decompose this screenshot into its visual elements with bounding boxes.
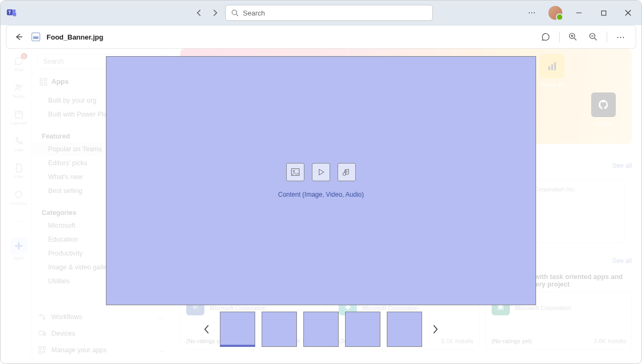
app-window: T Search ⋯ Food_Banner.jpg xyxy=(0,0,642,364)
svg-rect-35 xyxy=(39,351,41,353)
rail-teams[interactable]: Teams xyxy=(6,78,32,103)
nav-history xyxy=(192,6,222,20)
thumbnail[interactable] xyxy=(220,312,255,347)
row-more[interactable]: … xyxy=(158,346,165,354)
plus-icon xyxy=(10,237,27,254)
svg-line-5 xyxy=(236,14,239,17)
title-bar: T Search ⋯ xyxy=(1,1,641,25)
back-button[interactable] xyxy=(12,28,25,46)
devices-icon xyxy=(39,330,46,337)
video-icon xyxy=(312,163,330,181)
thumbnail[interactable] xyxy=(387,312,422,347)
strip-next-button[interactable] xyxy=(429,319,442,340)
titlebar-more-button[interactable]: ⋯ xyxy=(521,1,543,25)
strip-prev-button[interactable] xyxy=(200,319,213,340)
divider xyxy=(607,32,607,42)
image-file-icon xyxy=(32,33,40,41)
see-all-link[interactable]: See all xyxy=(612,162,632,169)
rail-overflow[interactable]: … xyxy=(6,211,32,227)
rail-label: Chat xyxy=(14,67,24,72)
zoom-out-button[interactable] xyxy=(584,28,602,46)
thumbnail[interactable] xyxy=(262,312,297,347)
svg-rect-20 xyxy=(15,111,22,118)
window-close-button[interactable] xyxy=(617,1,639,25)
file-viewer-header: Food_Banner.jpg ⋯ xyxy=(6,25,636,49)
svg-point-4 xyxy=(232,10,237,15)
app-rail: 1 Chat Teams Calendar Calls Files xyxy=(6,49,32,358)
rail-label: Calls xyxy=(14,148,24,152)
svg-point-22 xyxy=(16,191,22,198)
svg-rect-26 xyxy=(44,78,47,80)
svg-rect-37 xyxy=(551,64,553,70)
global-search-input[interactable]: Search xyxy=(225,5,433,21)
rail-calendar[interactable]: Calendar xyxy=(6,104,32,130)
app-publisher: Microsoft Corporation xyxy=(515,305,571,311)
apps-search-placeholder: Search xyxy=(43,58,64,65)
see-all-link[interactable]: See all xyxy=(612,257,632,265)
viewer-canvas[interactable]: Content (Image, Video, Audio) xyxy=(106,56,536,305)
svg-rect-28 xyxy=(44,82,47,84)
svg-line-16 xyxy=(594,38,597,40)
side-devices[interactable]: Devices xyxy=(32,325,171,342)
nav-forward-button[interactable] xyxy=(208,6,222,20)
label: Devices xyxy=(51,330,75,337)
svg-point-18 xyxy=(16,84,19,87)
svg-point-1 xyxy=(13,10,16,12)
image-icon xyxy=(286,163,304,181)
thumbnail[interactable] xyxy=(345,312,380,347)
more-options-button[interactable]: ⋯ xyxy=(612,28,630,46)
row-more[interactable]: … xyxy=(158,313,165,321)
rail-chat[interactable]: 1 Chat xyxy=(6,51,32,76)
svg-rect-25 xyxy=(40,78,42,80)
label: Workflows xyxy=(51,313,82,321)
svg-point-29 xyxy=(40,314,42,316)
thumbnail[interactable] xyxy=(303,312,339,347)
calendar-icon xyxy=(13,109,24,120)
rail-label: Calendar xyxy=(10,121,27,126)
app-publisher: Microsoft Corporation xyxy=(362,305,418,311)
powerbi-icon xyxy=(540,54,564,79)
manage-icon xyxy=(39,346,46,354)
rail-contoso[interactable]: Contoso xyxy=(6,184,32,210)
file-icon xyxy=(13,162,24,173)
file-name-label: Food_Banner.jpg xyxy=(47,33,103,41)
overflow-icon: … xyxy=(15,215,22,223)
app-publisher: Microsoft Corporation xyxy=(210,305,266,311)
side-manage-apps[interactable]: Manage your apps … xyxy=(32,342,171,358)
apps-heading-label: Apps xyxy=(51,78,69,86)
installs: 2.6K Installs xyxy=(594,338,626,344)
rail-calls[interactable]: Calls xyxy=(6,131,32,157)
window-maximize-button[interactable] xyxy=(592,1,615,25)
svg-rect-27 xyxy=(40,82,42,84)
chat-button[interactable] xyxy=(537,28,555,46)
svg-point-40 xyxy=(293,171,295,172)
hero-label: Power BI xyxy=(540,82,564,88)
svg-point-19 xyxy=(20,85,22,87)
svg-rect-38 xyxy=(554,63,556,71)
chat-badge: 1 xyxy=(21,53,27,59)
zoom-in-button[interactable] xyxy=(564,28,582,46)
installs: 5.1K Installs xyxy=(441,338,473,344)
svg-rect-31 xyxy=(39,331,44,335)
svg-rect-36 xyxy=(548,66,551,70)
rail-label: Teams xyxy=(12,94,25,99)
phone-icon xyxy=(13,136,24,146)
user-avatar[interactable] xyxy=(548,6,562,20)
window-minimize-button[interactable] xyxy=(568,1,590,25)
nav-back-button[interactable] xyxy=(192,6,206,20)
hero-card-github[interactable]: Github xyxy=(580,92,626,127)
divider xyxy=(559,32,560,42)
rail-apps[interactable]: Apps xyxy=(6,236,32,261)
rail-label: Files xyxy=(14,174,24,179)
ratings: (No ratings yet) xyxy=(492,338,532,344)
side-workflows[interactable]: Workflows … xyxy=(32,308,171,325)
svg-text:T: T xyxy=(9,10,11,15)
rail-files[interactable]: Files xyxy=(6,158,32,183)
audio-icon xyxy=(338,163,356,181)
grid-icon xyxy=(40,78,47,86)
search-icon xyxy=(231,9,239,17)
content-type-icons xyxy=(286,163,356,181)
svg-marker-41 xyxy=(319,169,324,175)
hero-label: Github xyxy=(595,120,612,127)
rail-label: Apps xyxy=(14,255,24,260)
